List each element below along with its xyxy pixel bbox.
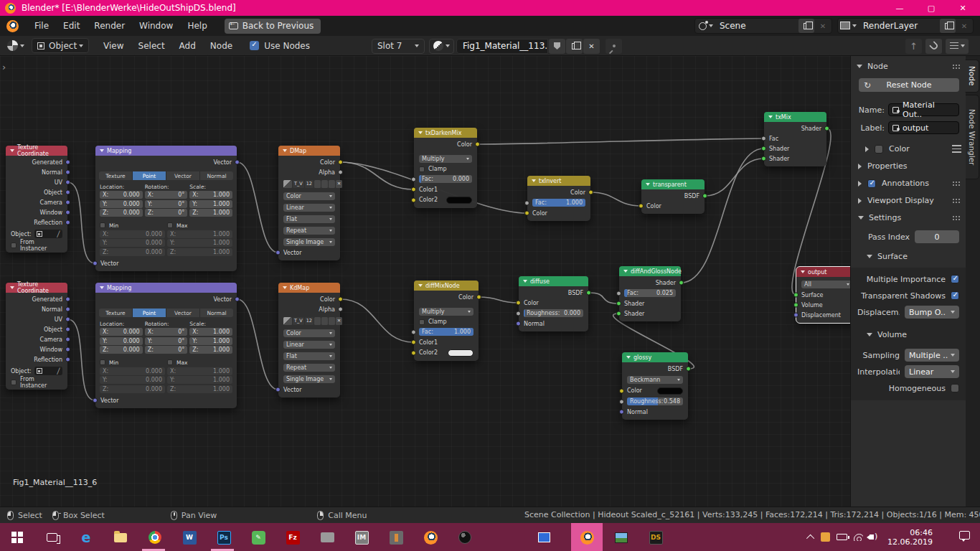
object-field[interactable]: ╱ <box>34 367 62 375</box>
node-row-color[interactable]: Color2 <box>414 194 477 205</box>
tray-app-icon[interactable] <box>821 532 830 542</box>
output-socket[interactable] <box>679 281 684 286</box>
photoshop-button[interactable]: Ps <box>215 529 232 546</box>
value-field[interactable]: Y:1.000 <box>189 200 232 208</box>
menu-file[interactable]: File <box>27 18 56 34</box>
output-socket[interactable] <box>65 160 70 165</box>
input-socket[interactable] <box>616 301 621 306</box>
node-header[interactable]: Texture Coordinate <box>6 283 67 293</box>
close-button[interactable]: ✕ <box>947 0 979 16</box>
value-field[interactable]: X:1.000 <box>189 191 232 199</box>
new-material-button[interactable] <box>566 39 583 54</box>
value-field[interactable]: Y:0.000 <box>100 200 143 208</box>
node-header[interactable]: txInvert <box>527 176 590 186</box>
material-slot-dropdown[interactable]: Slot 7 <box>372 39 425 54</box>
input-socket[interactable] <box>761 136 766 141</box>
node-header[interactable]: DMap <box>278 146 340 156</box>
input-socket[interactable] <box>793 293 798 298</box>
node-row-select[interactable]: Multiply <box>414 153 477 164</box>
node-diffandgloss[interactable]: diffAndGlossNodeShaderFac:0.025ShaderSha… <box>619 266 681 321</box>
input-socket[interactable] <box>411 329 416 334</box>
editor-type-icon[interactable] <box>7 40 18 51</box>
tab-vector[interactable]: Vector <box>166 171 200 180</box>
displacement-dropdown[interactable]: Bump O.. <box>905 306 959 319</box>
scene-name[interactable]: Scene <box>717 21 798 31</box>
node-row-slider[interactable]: Fac:0.000 <box>414 174 477 184</box>
tab-point[interactable]: Point <box>133 171 166 180</box>
node-mapping1[interactable]: MappingVectorTexturePointVectorNormalLoc… <box>95 146 237 271</box>
input-socket[interactable] <box>411 187 416 192</box>
node-diffmix[interactable]: diffMixNodeColorMultiplyClampFac:1.000Co… <box>414 281 479 361</box>
tab-normal[interactable]: Normal <box>200 309 233 317</box>
input-socket[interactable] <box>275 387 281 392</box>
node-row-slider[interactable]: Fac:1.000 <box>527 197 590 208</box>
input-socket[interactable] <box>524 200 529 205</box>
input-socket[interactable] <box>516 321 521 326</box>
output-socket[interactable] <box>65 347 70 352</box>
input-socket[interactable] <box>411 176 416 182</box>
output-socket[interactable] <box>475 142 480 147</box>
node-header[interactable]: txMix <box>764 112 826 122</box>
render-layer-name[interactable]: RenderLayer <box>860 21 940 31</box>
color-panel-header[interactable]: Color <box>865 143 961 154</box>
input-socket[interactable] <box>93 398 98 403</box>
drag-dots-icon[interactable] <box>952 198 961 204</box>
properties-panel-header[interactable]: Properties <box>858 161 961 171</box>
file-explorer-button[interactable] <box>112 529 129 546</box>
dropdown[interactable]: Color <box>283 329 335 337</box>
sampling-dropdown[interactable]: Multiple .. <box>905 349 959 362</box>
maximize-button[interactable]: ▢ <box>915 0 947 16</box>
start-button[interactable] <box>9 529 26 546</box>
blender-logo-icon[interactable] <box>6 20 19 32</box>
node-row-select[interactable]: Single Image <box>278 373 340 385</box>
value-field[interactable]: Z:0° <box>145 346 188 354</box>
dropdown[interactable]: Flat <box>283 215 335 223</box>
output-socket[interactable] <box>65 210 70 215</box>
node-transparent[interactable]: transparentBSDFColor <box>641 179 705 214</box>
node-diffuse[interactable]: diffuseBSDFColorRoughness:0.000Normal <box>519 276 588 331</box>
node-row-color[interactable]: Color <box>622 385 688 396</box>
input-socket[interactable] <box>275 250 281 255</box>
filezilla-button[interactable]: Fz <box>284 529 301 546</box>
scene-unlink-button[interactable] <box>815 19 831 33</box>
slider[interactable]: Roughness:0.000 <box>524 309 583 317</box>
scene-selector[interactable]: Scene <box>694 18 832 34</box>
output-socket[interactable] <box>338 170 343 175</box>
input-socket[interactable] <box>93 261 98 266</box>
panel-node-header[interactable]: Node <box>857 60 961 72</box>
viewport-display-panel-header[interactable]: Viewport Display <box>858 195 961 206</box>
reset-node-button[interactable]: Reset Node <box>859 78 959 92</box>
node-row-minmax[interactable]: MinX:0.000Y:0.000Z:0.000MaxX:1.000Y:1.00… <box>95 220 237 259</box>
node-row-slider[interactable]: Roughness:0.548 <box>622 396 688 407</box>
value-field[interactable]: Y:0.000 <box>100 337 143 345</box>
image-viewer-button[interactable] <box>613 529 630 546</box>
input-socket[interactable] <box>616 291 621 296</box>
dropdown[interactable]: Repeat <box>283 364 335 372</box>
value-field[interactable]: X:1.000 <box>189 328 232 336</box>
node-editor-canvas[interactable]: › Texture CoordinateGeneratedNormalUVObj… <box>0 56 850 507</box>
node-dmap[interactable]: DMapColorAlphaT_V12✕ColorLinearFlatRepea… <box>278 146 340 260</box>
value-field[interactable]: Y:1.000 <box>189 337 232 345</box>
output-socket[interactable] <box>588 190 593 195</box>
material-name-field[interactable]: Fig1_Material__113.. <box>456 39 548 54</box>
task-view-button[interactable] <box>43 529 60 546</box>
node-texcoord1[interactable]: Texture CoordinateGeneratedNormalUVObjec… <box>6 146 67 253</box>
tray-expand-icon[interactable] <box>806 534 814 542</box>
node-row-slider[interactable]: Fac:1.000 <box>414 326 479 337</box>
node-row-select[interactable]: Beckmann <box>622 374 688 385</box>
node-header[interactable]: diffAndGlossNode <box>619 266 681 276</box>
node-txinvert[interactable]: txInvertColorFac:1.000Color <box>527 176 590 221</box>
node-kdmap[interactable]: KdMapColorAlphaT_V12✕ColorLinearFlatRepe… <box>278 283 340 397</box>
input-socket[interactable] <box>411 197 416 202</box>
value-field[interactable]: X:0° <box>145 191 188 199</box>
node-row-select[interactable]: Linear <box>278 202 340 213</box>
dropdown[interactable]: Repeat <box>283 227 335 235</box>
menu-view[interactable]: View <box>96 38 131 54</box>
input-socket[interactable] <box>619 388 624 393</box>
output-socket[interactable] <box>338 160 343 165</box>
notes-app-button[interactable]: ✎ <box>250 529 267 546</box>
value-field[interactable]: Z:0° <box>145 209 188 217</box>
menu-help[interactable]: Help <box>180 18 214 34</box>
dropdown[interactable]: Color <box>283 192 335 200</box>
menu-render[interactable]: Render <box>87 18 132 34</box>
